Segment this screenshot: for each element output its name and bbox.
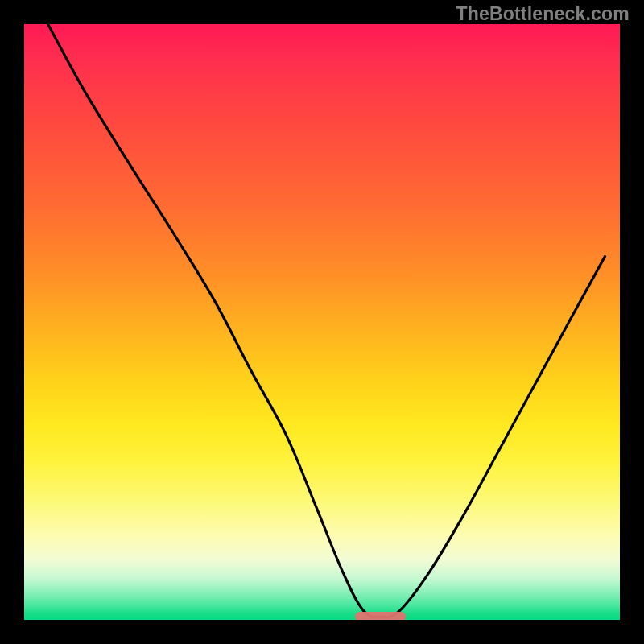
plot-area — [24, 24, 620, 620]
bottleneck-curve — [24, 24, 620, 620]
chart-frame: TheBottleneck.com — [0, 0, 644, 644]
curve-path — [48, 24, 605, 617]
min-marker — [355, 612, 406, 620]
watermark-text: TheBottleneck.com — [456, 3, 630, 25]
